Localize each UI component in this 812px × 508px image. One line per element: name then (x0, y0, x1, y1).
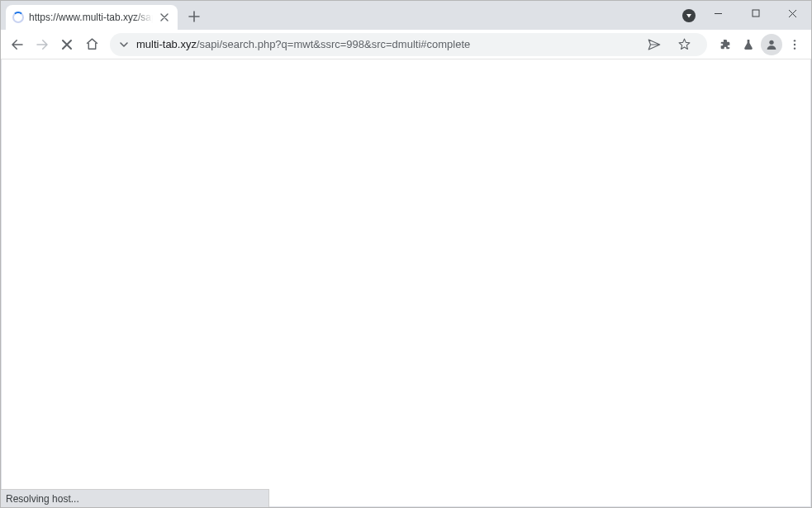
person-icon (765, 38, 778, 51)
status-text: Resolving host... (6, 493, 79, 505)
extensions-button[interactable] (714, 33, 737, 56)
back-button[interactable] (6, 33, 29, 56)
svg-point-1 (769, 40, 773, 44)
labs-button[interactable] (737, 33, 760, 56)
triangle-down-icon (686, 12, 692, 19)
notification-indicator[interactable] (682, 9, 696, 22)
star-icon (677, 37, 691, 51)
bookmark-button[interactable] (672, 33, 696, 56)
url-text: multi-tab.xyz/sapi/search.php?q=mwt&ssrc… (136, 38, 636, 50)
close-icon (160, 13, 169, 21)
minimize-button[interactable] (700, 1, 737, 26)
status-bar: Resolving host... (1, 489, 269, 507)
profile-button[interactable] (760, 33, 783, 56)
window-controls (700, 1, 811, 26)
maximize-button[interactable] (737, 1, 774, 26)
more-vertical-icon (788, 38, 801, 51)
menu-button[interactable] (783, 33, 806, 56)
close-window-button[interactable] (774, 1, 811, 26)
forward-button[interactable] (31, 33, 54, 56)
plus-icon (188, 11, 200, 22)
new-tab-button[interactable] (183, 5, 206, 28)
close-tab-button[interactable] (158, 11, 171, 24)
arrow-left-icon (10, 37, 25, 52)
svg-point-2 (794, 40, 795, 41)
svg-rect-0 (753, 10, 759, 17)
toolbar: multi-tab.xyz/sapi/search.php?q=mwt&ssrc… (1, 30, 811, 59)
url-domain: multi-tab.xyz (136, 38, 197, 50)
minimize-icon (714, 9, 723, 18)
flask-icon (742, 38, 755, 51)
svg-point-4 (794, 47, 795, 49)
arrow-right-icon (35, 37, 50, 52)
tab-strip: https://www.multi-tab.xyz/sapi/s (1, 1, 811, 30)
address-bar[interactable]: multi-tab.xyz/sapi/search.php?q=mwt&ssrc… (110, 33, 707, 56)
maximize-icon (752, 9, 760, 17)
home-icon (85, 37, 99, 51)
chevron-down-icon (119, 40, 129, 50)
toolbar-right (714, 33, 806, 56)
svg-point-3 (794, 43, 795, 45)
loading-spinner-icon (12, 12, 24, 23)
tab-title: https://www.multi-tab.xyz/sapi/s (29, 12, 153, 23)
close-icon (788, 9, 797, 18)
share-button[interactable] (643, 33, 666, 56)
site-info-button[interactable] (118, 40, 130, 50)
puzzle-icon (719, 38, 732, 51)
close-icon (61, 39, 73, 50)
home-button[interactable] (80, 33, 103, 56)
send-icon (647, 37, 662, 52)
page-content (2, 59, 810, 506)
stop-button[interactable] (55, 33, 78, 56)
url-path: /sapi/search.php?q=mwt&ssrc=998&src=dmul… (197, 38, 470, 50)
browser-tab[interactable]: https://www.multi-tab.xyz/sapi/s (6, 5, 178, 30)
